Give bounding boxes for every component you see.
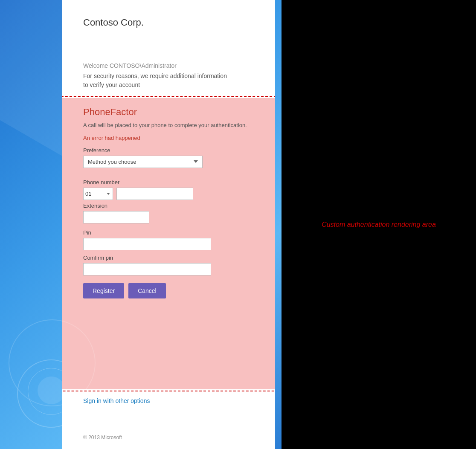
phonefactor-section: { } PhoneFactor A call will be placed to… <box>62 98 275 389</box>
pin-input[interactable] <box>83 238 211 250</box>
country-code-select[interactable]: 01 44 <box>83 188 113 200</box>
card-bottom: Sign in with other options <box>62 389 275 409</box>
security-line1: For security reasons, we require additio… <box>83 72 227 79</box>
card-top: Contoso Corp. Welcome CONTOSO\Administra… <box>62 0 275 98</box>
footer: © 2013 Microsoft <box>62 435 275 449</box>
security-message: For security reasons, we require additio… <box>83 72 254 90</box>
confirm-pin-input[interactable] <box>83 263 211 275</box>
extension-input[interactable] <box>83 211 149 223</box>
confirm-pin-label: Comfirm pin <box>83 255 254 261</box>
phone-label: Phone number <box>83 179 254 185</box>
security-line2: to verify your account <box>83 81 140 88</box>
extension-label: Extension <box>83 203 254 209</box>
cancel-button[interactable]: Cancel <box>128 283 166 298</box>
white-card: Contoso Corp. Welcome CONTOSO\Administra… <box>62 0 275 449</box>
phone-number-input[interactable] <box>116 188 193 200</box>
decorative-circle-3 <box>38 377 65 404</box>
left-panel: Contoso Corp. Welcome CONTOSO\Administra… <box>0 0 282 449</box>
phonefactor-title: PhoneFactor <box>83 107 254 118</box>
button-row: Register Cancel <box>83 283 254 298</box>
welcome-username: Welcome CONTOSO\Administrator <box>83 62 254 69</box>
confirm-pin-group: Comfirm pin <box>83 255 254 275</box>
phonefactor-description: A call will be placed to your phone to c… <box>83 121 254 130</box>
preference-label: Preference <box>83 147 254 154</box>
preference-select[interactable]: Method you choose Mobile app Office phon… <box>83 156 203 168</box>
preference-group: Preference Method you choose Mobile app … <box>83 147 254 175</box>
pin-label: Pin <box>83 229 254 236</box>
pin-group: Pin <box>83 229 254 250</box>
phone-row: 01 44 <box>83 188 254 200</box>
register-button[interactable]: Register <box>83 283 124 298</box>
right-panel: Custom authentication rendering area <box>282 0 476 449</box>
company-name: Contoso Corp. <box>83 17 254 28</box>
phone-group: Phone number 01 44 Extension <box>83 179 254 223</box>
sign-in-other-link[interactable]: Sign in with other options <box>83 397 150 404</box>
rendering-area-label: Custom authentication rendering area <box>322 221 436 229</box>
error-message: An error had happened <box>83 135 254 141</box>
